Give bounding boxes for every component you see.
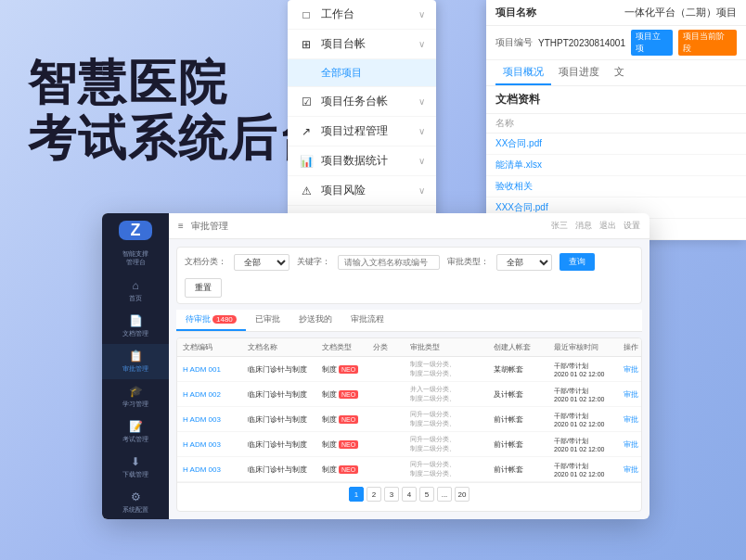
td-approve: 同升一级分类、制度二级分类、	[410, 460, 494, 478]
app-header: ≡ 审批管理 张三 消息 退出 设置	[169, 213, 650, 239]
tab-row: 待审批1480 已审批 抄送我的 审批流程	[176, 310, 642, 332]
td-name: 临床门诊针与制度	[248, 439, 322, 450]
doc-item-3[interactable]: 验收相关	[486, 176, 746, 197]
table-row: H ADM 003 临床门诊针与制度 制度NEO 同升一级分类、制度二级分类、 …	[177, 407, 641, 432]
td-auditor: 干部/带计划2020 01 02 12:00	[554, 362, 624, 377]
page-2[interactable]: 2	[367, 487, 381, 502]
doc-item-1[interactable]: XX合同.pdf	[486, 134, 746, 155]
user-name: 张三	[551, 220, 568, 232]
page-ellipsis: ...	[437, 487, 452, 502]
th-action: 操作	[624, 342, 642, 352]
page-4[interactable]: 4	[402, 487, 417, 502]
filter-label-keyword: 关键字：	[297, 256, 330, 268]
sidebar-item-docs[interactable]: 📄 文档管理	[102, 309, 169, 344]
th-cat: 分类	[373, 342, 410, 352]
dropdown-menu: □ 工作台 ∨ ⊞ 项目台帐 ∨ 全部项目 ☑ 项目任务台帐 ∨ ↗ 项目过程管…	[288, 0, 436, 235]
tab-process[interactable]: 审批流程	[341, 310, 393, 331]
message-btn[interactable]: 消息	[575, 220, 592, 232]
menu-process-mgmt[interactable]: ↗ 项目过程管理 ∨	[288, 117, 436, 146]
page-3[interactable]: 3	[384, 487, 399, 502]
process-icon: ↗	[299, 124, 314, 139]
table-row: H ADM 003 临床门诊针与制度 制度NEO 同升一级分类、制度二级分类、 …	[177, 432, 641, 457]
workbench-icon: □	[299, 7, 314, 22]
reset-button[interactable]: 重置	[185, 278, 222, 298]
th-code: 文档编码	[183, 342, 248, 352]
td-type: 制度NEO	[322, 389, 373, 400]
data-table: 文档编码 文档名称 文档类型 分类 审批类型 创建人帐套 最近审核时间 操作 H…	[176, 337, 642, 512]
td-action[interactable]: 审批	[624, 465, 642, 475]
sidebar-item-home[interactable]: ⌂ 首页	[102, 274, 169, 309]
query-button[interactable]: 查询	[560, 253, 595, 271]
td-name: 临床门诊针与制度	[248, 414, 322, 425]
tab-approved[interactable]: 已审批	[246, 310, 289, 331]
filter-row: 文档分类： 全部 关键字： 审批类型： 全部 查询 重置	[176, 247, 642, 304]
sidebar-item-config[interactable]: ⚙ 系统配置	[102, 485, 169, 519]
td-code[interactable]: H ADM 003	[183, 465, 248, 474]
td-type: 制度NEO	[322, 364, 373, 375]
tab-progress[interactable]: 项目进度	[551, 60, 607, 85]
page-1[interactable]: 1	[349, 487, 364, 502]
project-id-row: 项目编号 YTHPT20230814001 项目立项 项目当前阶段	[486, 26, 746, 60]
task-icon: ☑	[299, 95, 314, 109]
project-tabs: 项目概况 项目进度 文	[486, 60, 746, 86]
docs-icon: 📄	[129, 314, 143, 327]
sidebar-item-download[interactable]: ⬇ 下载管理	[102, 450, 169, 485]
sidebar-item-exam[interactable]: 📝 考试管理	[102, 414, 169, 450]
stats-icon: 📊	[299, 154, 314, 169]
filter-label-approve: 审批类型：	[447, 256, 489, 268]
td-auditor: 干部/带计划2020 01 02 12:00	[554, 412, 624, 427]
table-row: H ADM 002 临床门诊针与制度 制度NEO 并入一级分类、制度二级分类、 …	[177, 382, 641, 407]
th-time: 最近审核时间	[554, 342, 624, 352]
main-title: 智慧医院 考试系统后台	[28, 56, 328, 167]
td-action[interactable]: 审批	[624, 439, 642, 450]
menu-all-projects[interactable]: 全部项目	[288, 59, 436, 87]
page-5[interactable]: 5	[419, 487, 434, 502]
page-20[interactable]: 20	[455, 487, 469, 502]
filter-select-type[interactable]: 全部	[234, 254, 289, 271]
menu-workbench[interactable]: □ 工作台 ∨	[288, 0, 436, 30]
th-name: 文档名称	[248, 342, 322, 352]
sidebar-brand: 智能支撑管理台	[122, 249, 148, 266]
td-code[interactable]: H ADM 002	[183, 390, 248, 399]
download-icon: ⬇	[131, 455, 140, 468]
tag-lixiang: 项目立项	[631, 30, 673, 56]
filter-input-keyword[interactable]	[338, 255, 440, 270]
td-code[interactable]: H ADM 003	[183, 415, 248, 424]
td-action[interactable]: 审批	[624, 364, 642, 375]
tab-cc[interactable]: 抄送我的	[289, 310, 341, 331]
td-name: 临床门诊针与制度	[248, 465, 322, 475]
tab-overview[interactable]: 项目概况	[495, 60, 551, 85]
td-approve: 同升一级分类、制度二级分类、	[410, 410, 494, 428]
risk1-icon: ⚠	[299, 184, 314, 198]
logout-btn[interactable]: 退出	[599, 220, 616, 232]
tab-pending[interactable]: 待审批1480	[176, 310, 246, 331]
doc-section-title: 文档资料	[486, 86, 746, 114]
app-content: ≡ 审批管理 张三 消息 退出 设置 文档分类： 全部 关键字： 审批类型：	[169, 213, 650, 519]
filter-select-approve[interactable]: 全部	[496, 254, 552, 271]
breadcrumb-text: 审批管理	[191, 220, 228, 233]
project-panel: 项目名称 一体化平台（二期）项目 项目编号 YTHPT20230814001 项…	[486, 0, 746, 240]
table-row: H ADM 003 临床门诊针与制度 制度NEO 同升一级分类、制度二级分类、 …	[177, 457, 641, 482]
sidebar-item-study[interactable]: 🎓 学习管理	[102, 379, 169, 414]
table-row: H ADM 001 临床门诊针与制度 制度NEO 制度一级分类、制度二级分类、 …	[177, 357, 641, 382]
menu-data-stats[interactable]: 📊 项目数据统计 ∨	[288, 146, 436, 176]
sidebar-item-approval[interactable]: 📋 审批管理	[102, 344, 169, 379]
td-creator: 及计帐套	[494, 389, 554, 400]
project-name-label: 项目名称	[495, 6, 536, 19]
doc-col-header: 名称	[486, 114, 746, 134]
td-type: 制度NEO	[322, 465, 373, 475]
td-code[interactable]: H ADM 003	[183, 440, 248, 449]
td-code[interactable]: H ADM 001	[183, 365, 248, 374]
td-type: 制度NEO	[322, 414, 373, 425]
sidebar-logo: Z	[119, 221, 152, 240]
doc-item-2[interactable]: 能清单.xlsx	[486, 155, 746, 176]
td-action[interactable]: 审批	[624, 389, 642, 400]
td-creator: 前计帐套	[494, 465, 554, 475]
menu-project-account[interactable]: ⊞ 项目台帐 ∨	[288, 30, 436, 59]
settings-btn[interactable]: 设置	[624, 220, 640, 232]
menu-risk1[interactable]: ⚠ 项目风险 ∨	[288, 176, 436, 206]
tab-doc[interactable]: 文	[607, 60, 632, 85]
menu-task-account[interactable]: ☑ 项目任务台帐 ∨	[288, 87, 436, 117]
td-action[interactable]: 审批	[624, 414, 642, 425]
filter-label-type: 文档分类：	[185, 256, 226, 268]
